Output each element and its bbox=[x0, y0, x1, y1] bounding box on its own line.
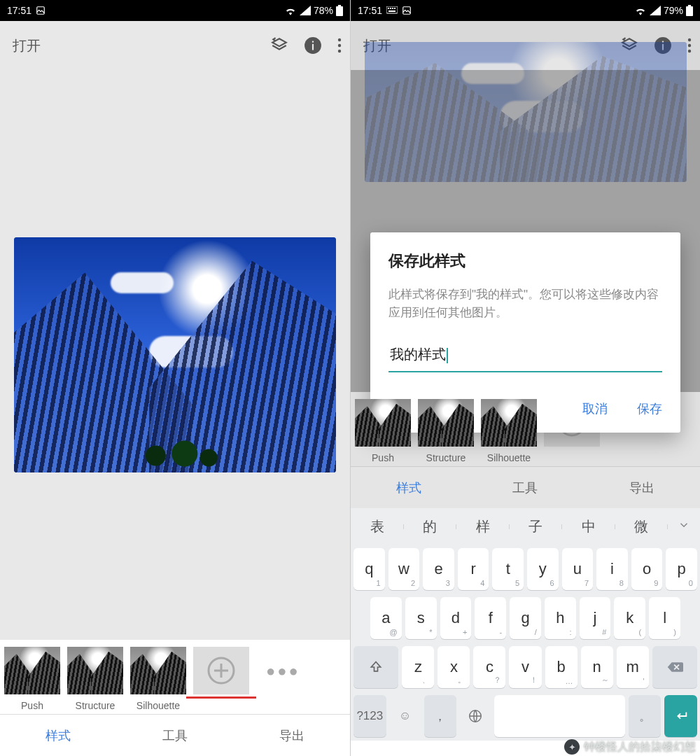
keyboard-indicator-icon bbox=[386, 6, 398, 15]
svg-rect-5 bbox=[312, 41, 314, 43]
symbols-key[interactable]: ?123 bbox=[354, 695, 386, 737]
battery-icon bbox=[686, 5, 693, 16]
key-h[interactable]: h: bbox=[545, 597, 576, 639]
key-f[interactable]: f- bbox=[475, 597, 506, 639]
app-header: 打开 bbox=[0, 21, 350, 70]
key-k[interactable]: k( bbox=[614, 597, 645, 639]
style-label: Silhouette bbox=[487, 452, 531, 463]
backspace-icon bbox=[666, 660, 683, 674]
image-canvas: 保存此样式 此样式将保存到"我的样式"。您可以将这些修改内容应用到任何其他图片。… bbox=[351, 70, 700, 392]
open-button[interactable]: 打开 bbox=[13, 36, 41, 55]
info-icon[interactable] bbox=[304, 36, 322, 55]
svg-rect-12 bbox=[390, 8, 391, 9]
key-o[interactable]: o9 bbox=[631, 548, 663, 590]
suggestion[interactable]: 微 bbox=[615, 517, 668, 536]
emoji-key[interactable]: ☺ bbox=[390, 695, 421, 737]
status-battery-text: 79% bbox=[664, 5, 683, 16]
style-thumb-push[interactable]: Push bbox=[355, 399, 411, 463]
style-thumb-silhouette[interactable]: Silhouette bbox=[481, 399, 537, 463]
tab-styles[interactable]: 样式 bbox=[0, 715, 117, 756]
tab-export[interactable]: 导出 bbox=[233, 715, 350, 756]
suggestions-expand-icon[interactable] bbox=[668, 519, 700, 535]
key-z[interactable]: z、 bbox=[402, 646, 434, 688]
svg-rect-2 bbox=[338, 5, 341, 6]
annotation-underline bbox=[186, 696, 256, 699]
key-m[interactable]: m' bbox=[617, 646, 649, 688]
status-time: 17:51 bbox=[358, 5, 382, 16]
layers-undo-icon[interactable] bbox=[270, 36, 288, 55]
key-p[interactable]: p0 bbox=[666, 548, 697, 590]
shift-key[interactable] bbox=[354, 646, 398, 688]
svg-rect-15 bbox=[388, 10, 396, 12]
enter-key[interactable] bbox=[664, 695, 697, 737]
style-thumb-structure[interactable]: Structure bbox=[418, 399, 474, 463]
backspace-key[interactable] bbox=[652, 646, 697, 688]
space-key[interactable] bbox=[494, 695, 625, 737]
style-presets-strip[interactable]: Push Structure Silhouette ●●● bbox=[0, 640, 350, 714]
style-thumb-silhouette[interactable]: Silhouette bbox=[130, 647, 186, 711]
key-q[interactable]: q1 bbox=[354, 548, 385, 590]
wifi-icon bbox=[284, 6, 297, 15]
key-d[interactable]: d+ bbox=[440, 597, 472, 639]
svg-point-23 bbox=[688, 44, 691, 47]
svg-rect-10 bbox=[386, 6, 398, 13]
language-key[interactable] bbox=[460, 695, 491, 737]
period-key[interactable]: 。 bbox=[629, 695, 662, 737]
dialog-cancel-button[interactable]: 取消 bbox=[582, 400, 608, 417]
key-s[interactable]: s* bbox=[405, 597, 437, 639]
style-thumb-push[interactable]: Push bbox=[4, 647, 60, 711]
suggestion[interactable]: 的 bbox=[404, 517, 457, 536]
key-b[interactable]: b… bbox=[545, 646, 578, 688]
style-thumb-structure[interactable]: Structure bbox=[67, 647, 123, 711]
key-a[interactable]: a@ bbox=[370, 597, 402, 639]
suggestion[interactable]: 表 bbox=[351, 517, 404, 536]
key-l[interactable]: l) bbox=[649, 597, 680, 639]
tab-styles[interactable]: 样式 bbox=[351, 467, 467, 508]
dialog-title: 保存此样式 bbox=[388, 251, 662, 272]
svg-rect-18 bbox=[688, 5, 691, 6]
status-time: 17:51 bbox=[7, 5, 31, 16]
key-x[interactable]: x。 bbox=[438, 646, 470, 688]
key-w[interactable]: w2 bbox=[388, 548, 420, 590]
key-j[interactable]: j# bbox=[580, 597, 611, 639]
signal-icon bbox=[300, 6, 311, 15]
svg-point-6 bbox=[338, 38, 341, 41]
image-icon bbox=[36, 6, 46, 15]
signal-icon bbox=[650, 6, 661, 15]
more-styles-icon[interactable]: ●●● bbox=[266, 662, 300, 680]
key-y[interactable]: y6 bbox=[527, 548, 559, 590]
keyboard-row-3: z、x。c？v！b…n～m' bbox=[351, 643, 700, 692]
image-canvas[interactable] bbox=[0, 70, 350, 640]
wifi-icon bbox=[634, 6, 647, 15]
comma-key[interactable]: ， bbox=[424, 695, 457, 737]
suggestion[interactable]: 子 bbox=[510, 517, 563, 536]
tab-tools[interactable]: 工具 bbox=[467, 467, 583, 508]
key-g[interactable]: g/ bbox=[510, 597, 541, 639]
key-i[interactable]: i8 bbox=[596, 548, 628, 590]
soft-keyboard: 表 的 样 子 中 微 q1w2e3r4t5y6u7i8o9p0 a@s*d+f… bbox=[351, 508, 700, 741]
key-c[interactable]: c？ bbox=[473, 646, 505, 688]
dialog-body: 此样式将保存到"我的样式"。您可以将这些修改内容应用到任何其他图片。 bbox=[388, 286, 662, 323]
suggestion[interactable]: 样 bbox=[456, 517, 510, 536]
style-name-input[interactable]: 我的样式 bbox=[388, 342, 662, 372]
key-t[interactable]: t5 bbox=[492, 548, 524, 590]
svg-rect-13 bbox=[392, 8, 393, 9]
overflow-menu-icon[interactable] bbox=[687, 38, 692, 53]
dialog-save-button[interactable]: 保存 bbox=[637, 400, 662, 417]
add-style-button[interactable] bbox=[193, 647, 249, 699]
edited-photo bbox=[14, 237, 336, 472]
key-v[interactable]: v！ bbox=[509, 646, 541, 688]
style-label: Structure bbox=[76, 700, 115, 711]
key-r[interactable]: r4 bbox=[458, 548, 489, 590]
style-label: Silhouette bbox=[136, 700, 180, 711]
svg-point-24 bbox=[688, 50, 691, 52]
key-u[interactable]: u7 bbox=[562, 548, 594, 590]
suggestion[interactable]: 中 bbox=[562, 517, 615, 536]
tab-export[interactable]: 导出 bbox=[584, 467, 700, 508]
status-battery-text: 78% bbox=[314, 5, 333, 16]
key-e[interactable]: e3 bbox=[423, 548, 454, 590]
key-n[interactable]: n～ bbox=[581, 646, 613, 688]
tab-tools[interactable]: 工具 bbox=[117, 715, 234, 756]
svg-rect-14 bbox=[394, 8, 396, 9]
overflow-menu-icon[interactable] bbox=[337, 38, 342, 53]
